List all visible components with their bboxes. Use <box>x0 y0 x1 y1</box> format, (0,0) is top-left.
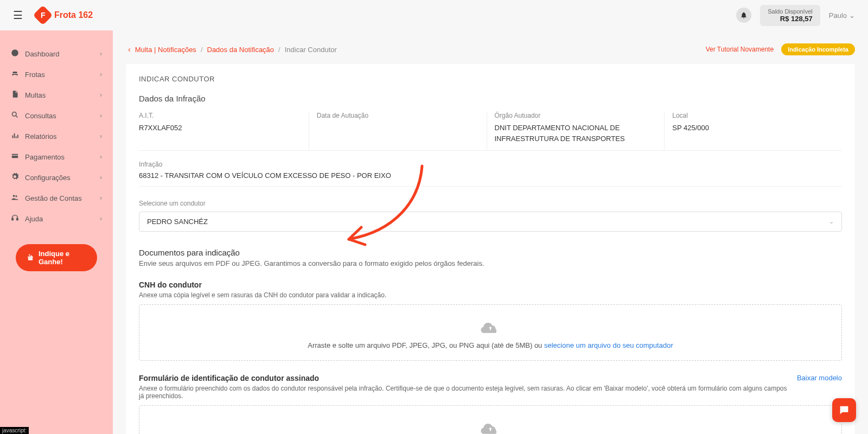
cloud-upload-icon <box>481 421 500 434</box>
crumb-link-2[interactable]: Dados da Notificação <box>207 46 275 54</box>
sidebar-item-label: Gestão de Contas <box>25 194 100 202</box>
users-icon <box>11 193 22 203</box>
chevron-right-icon: › <box>100 153 102 161</box>
hamburger-icon[interactable]: ☰ <box>13 9 23 22</box>
driver-select-value: PEDRO SANCHÉZ <box>147 218 208 226</box>
sidebar-item-configuracoes[interactable]: Configurações › <box>0 167 113 188</box>
driver-select[interactable]: PEDRO SANCHÉZ ⌄ <box>139 212 842 232</box>
logo[interactable]: F Frota 162 <box>36 8 93 22</box>
tutorial-link[interactable]: Ver Tutorial Novamente <box>706 46 774 53</box>
svg-rect-5 <box>12 218 14 220</box>
topbar: ☰ F Frota 162 Saldo Disponível R$ 128,57… <box>0 0 868 30</box>
sidebar-item-ajuda[interactable]: Ajuda › <box>0 208 113 229</box>
cnh-dropzone[interactable]: Arraste e solte um arquivo PDF, JPEG, JP… <box>139 304 842 361</box>
sidebar-item-label: Ajuda <box>25 215 100 223</box>
logo-text: Frota 162 <box>54 10 93 20</box>
chevron-right-icon: › <box>100 112 102 119</box>
sidebar-item-label: Multas <box>25 91 100 99</box>
chart-icon <box>11 131 22 141</box>
chevron-down-icon: ⌄ <box>849 11 855 20</box>
pie-icon <box>11 49 22 59</box>
chevron-right-icon: › <box>100 215 102 222</box>
chevron-down-icon: ⌄ <box>829 218 834 225</box>
form-heading: Formulário de identificação de condutor … <box>139 374 788 382</box>
balance-value: R$ 128,57 <box>768 15 813 23</box>
gear-icon <box>11 173 22 182</box>
sidebar-item-label: Frotas <box>25 71 100 79</box>
sidebar-item-gestao[interactable]: Gestão de Contas › <box>0 188 113 208</box>
doc-icon <box>11 90 22 100</box>
form-sub: Anexe o formulário preenchido com os dad… <box>139 385 788 400</box>
statusbar-js: javascript: <box>0 427 29 434</box>
bell-icon[interactable] <box>736 8 751 23</box>
status-badge: Indicação Incompleta <box>781 43 855 55</box>
balance-box: Saldo Disponível R$ 128,57 <box>760 5 820 26</box>
main-card: INDICAR CONDUTOR Dados da Infração A.I.T… <box>126 64 855 434</box>
driver-select-label: Selecione um condutor <box>139 200 842 207</box>
download-model-link[interactable]: Baixar modelo <box>797 374 842 382</box>
svg-rect-6 <box>17 218 18 220</box>
cnh-sub: Anexe uma cópia legível e sem rasuras da… <box>139 291 842 299</box>
chevron-right-icon: › <box>100 132 102 140</box>
svg-point-1 <box>16 74 17 75</box>
chevron-right-icon: › <box>100 71 102 78</box>
sidebar-item-label: Configurações <box>25 174 100 182</box>
sidebar-item-relatorios[interactable]: Relatórios › <box>0 126 113 146</box>
page-header: ‹ Multa | Notificações / Dados da Notifi… <box>126 43 855 55</box>
search-icon <box>11 111 22 120</box>
form-dropzone[interactable] <box>139 405 842 434</box>
info-cell-data: Data de Autuação <box>309 112 487 150</box>
car-icon <box>11 69 22 79</box>
sidebar-item-label: Relatórios <box>25 132 100 141</box>
chevron-right-icon: › <box>100 194 102 202</box>
crumb-current: Indicar Condutor <box>285 46 337 54</box>
svg-point-4 <box>15 195 17 197</box>
sidebar-item-dashboard[interactable]: Dashboard › <box>0 43 113 64</box>
gift-icon <box>27 253 34 263</box>
dropzone-text: Arraste e solte um arquivo PDF, JPEG, JP… <box>139 341 841 349</box>
svg-point-2 <box>12 112 17 117</box>
chat-fab[interactable] <box>832 398 856 422</box>
cloud-upload-icon <box>481 320 500 337</box>
sidebar-item-label: Consultas <box>25 112 100 120</box>
sidebar-item-label: Pagamentos <box>25 153 100 161</box>
svg-point-0 <box>13 74 14 75</box>
info-cell-orgao: Órgão Autuador DNIT DEPARTAMENTO NACIONA… <box>487 112 665 150</box>
sidebar-item-frotas[interactable]: Frotas › <box>0 64 113 85</box>
back-chevron-icon[interactable]: ‹ <box>128 45 131 54</box>
section-heading-dados: Dados da Infração <box>139 94 842 103</box>
card-title: INDICAR CONDUTOR <box>126 64 855 94</box>
indique-button[interactable]: Indique e Ganhe! <box>16 244 97 271</box>
docs-heading: Documentos para indicação <box>139 248 842 257</box>
chevron-right-icon: › <box>100 174 102 181</box>
cnh-heading: CNH do condutor <box>139 280 842 289</box>
svg-point-3 <box>13 195 15 197</box>
sidebar-item-label: Dashboard <box>25 50 100 58</box>
breadcrumb: ‹ Multa | Notificações / Dados da Notifi… <box>128 45 337 54</box>
sidebar: Dashboard › Frotas › Multas › Consultas … <box>0 30 113 434</box>
docs-sub: Envie seus arquivos em PDF ou JPEG. Gara… <box>139 259 842 267</box>
chevron-right-icon: › <box>100 91 102 99</box>
sidebar-item-consultas[interactable]: Consultas › <box>0 105 113 126</box>
chevron-right-icon: › <box>100 50 102 58</box>
info-row: A.I.T. R7XXLAF052 Data de Autuação Órgão… <box>139 112 842 151</box>
crumb-link-1[interactable]: Multa | Notificações <box>135 46 196 54</box>
sidebar-item-pagamentos[interactable]: Pagamentos › <box>0 146 113 167</box>
content: ‹ Multa | Notificações / Dados da Notifi… <box>113 30 868 434</box>
logo-mark: F <box>33 5 53 25</box>
wallet-icon <box>11 152 22 162</box>
sidebar-item-multas[interactable]: Multas › <box>0 85 113 105</box>
info-infracao: Infração 68312 - TRANSITAR COM O VEÍCULO… <box>139 161 842 187</box>
headset-icon <box>11 214 22 224</box>
balance-label: Saldo Disponível <box>768 8 813 15</box>
dropzone-link[interactable]: selecione um arquivo do seu computador <box>544 341 673 349</box>
info-cell-local: Local SP 425/000 <box>665 112 842 150</box>
info-cell-ait: A.I.T. R7XXLAF052 <box>139 112 309 150</box>
user-menu[interactable]: Paulo ⌄ <box>829 11 855 20</box>
